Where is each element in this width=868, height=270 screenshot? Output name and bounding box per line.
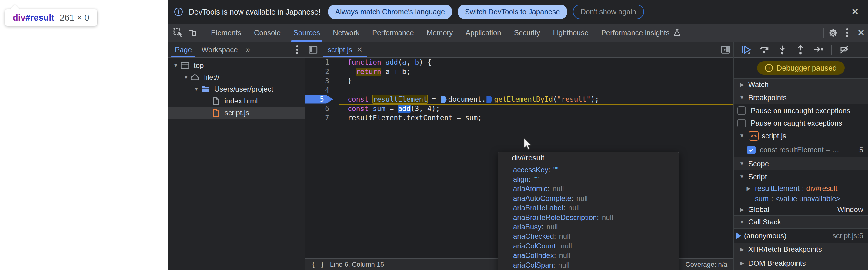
- watch-caret-icon[interactable]: ▶: [738, 82, 746, 88]
- breakpoint-marker[interactable]: 5: [305, 95, 333, 104]
- switch-devtools-japanese-button[interactable]: Switch DevTools to Japanese: [458, 5, 567, 19]
- toggle-debugger-sidebar-icon[interactable]: [718, 42, 734, 57]
- scope-script-caret-icon[interactable]: ▼: [738, 174, 746, 180]
- navigator-overflow-chevron-icon[interactable]: »: [243, 45, 252, 54]
- line-number[interactable]: 6: [305, 104, 339, 114]
- settings-gear-icon[interactable]: [826, 26, 840, 39]
- line-number[interactable]: 7: [305, 113, 339, 123]
- tooltip-dimensions: 261 × 0: [60, 13, 89, 23]
- tree-item-users-user-project[interactable]: ▼Users/user/project: [168, 83, 305, 95]
- pause-caught-checkbox[interactable]: [737, 119, 746, 127]
- tab-application[interactable]: Application: [459, 24, 507, 41]
- step-out-icon[interactable]: [793, 43, 808, 56]
- step-icon[interactable]: [811, 43, 827, 56]
- tab-lighthouse[interactable]: Lighthouse: [547, 24, 595, 41]
- toggle-navigator-sidebar-icon[interactable]: [305, 42, 321, 57]
- scope-caret-icon[interactable]: ▼: [738, 161, 746, 167]
- scope-var-resultelement[interactable]: ▶ resultElement : div#result: [734, 183, 868, 193]
- tree-item-script-js[interactable]: script.js: [168, 107, 305, 119]
- code-line-7[interactable]: 7resultElement.textContent = sum;: [305, 113, 734, 123]
- tab-sources[interactable]: Sources: [287, 24, 327, 41]
- code-token: add: [385, 58, 398, 66]
- code-token: const: [348, 95, 373, 103]
- dont-show-again-button[interactable]: Don't show again: [573, 5, 644, 19]
- tree-item-index-html[interactable]: index.html: [168, 95, 305, 107]
- tab-page[interactable]: Page: [170, 42, 197, 57]
- callstack-caret-icon[interactable]: ▼: [738, 219, 746, 225]
- step-over-icon[interactable]: [756, 43, 772, 56]
- property-value: null: [553, 184, 564, 193]
- inline-breakpoint-icon[interactable]: [487, 96, 493, 103]
- breakpoint-file-caret-icon[interactable]: ▼: [738, 133, 746, 139]
- section-scope[interactable]: ▼ Scope: [734, 157, 868, 171]
- section-xhr-breakpoints[interactable]: ▶ XHR/fetch Breakpoints: [734, 243, 868, 256]
- section-breakpoints[interactable]: ▼ Breakpoints: [734, 91, 868, 104]
- tab-console[interactable]: Console: [248, 24, 287, 41]
- code-line-3[interactable]: 3}: [305, 76, 734, 86]
- breakpoint-entry-row[interactable]: const resultElement = doc⋯ 5: [734, 143, 868, 157]
- resultelement-caret-icon[interactable]: ▶: [745, 185, 752, 192]
- always-match-language-button[interactable]: Always match Chrome's language: [328, 5, 452, 19]
- breakpoints-caret-icon[interactable]: ▼: [738, 95, 746, 101]
- pause-uncaught-row[interactable]: Pause on uncaught exceptions: [734, 104, 868, 117]
- resume-script-icon[interactable]: [738, 43, 754, 56]
- navigator-more-options-icon[interactable]: [291, 43, 303, 56]
- notification-close-icon[interactable]: ✕: [848, 7, 863, 17]
- property-colon: :: [563, 204, 565, 212]
- file-html-icon: [211, 96, 221, 106]
- popup-property-ariacolindex: ariaColIndex:null: [513, 251, 679, 260]
- popup-property-align: align:"": [513, 175, 679, 184]
- inspect-element-icon[interactable]: [171, 26, 185, 39]
- section-watch[interactable]: ▶ Watch: [734, 78, 868, 91]
- pause-uncaught-checkbox[interactable]: [737, 107, 746, 115]
- code-line-1[interactable]: 1function add(a, b) {: [305, 58, 734, 67]
- breakpoint-file-group[interactable]: ▼ <> script.js: [734, 129, 868, 143]
- line-number[interactable]: 3: [305, 76, 339, 86]
- tree-caret-icon[interactable]: ▼: [192, 86, 200, 92]
- tab-workspace[interactable]: Workspace: [197, 42, 243, 57]
- tab-network[interactable]: Network: [327, 24, 366, 41]
- line-number[interactable]: 1: [305, 58, 339, 67]
- more-options-icon[interactable]: [840, 26, 854, 39]
- code-line-4[interactable]: 4: [305, 86, 734, 95]
- tab-memory[interactable]: Memory: [421, 24, 460, 41]
- code-line-2[interactable]: 2 return a + b;: [305, 67, 734, 77]
- property-name: ariaColIndex: [513, 251, 554, 260]
- tab-performance[interactable]: Performance: [366, 24, 420, 41]
- pretty-print-icon[interactable]: { }: [311, 261, 325, 268]
- navigator-tabs: Page Workspace »: [168, 42, 305, 58]
- callstack-frame-row[interactable]: (anonymous) script.js:6: [734, 229, 868, 243]
- popup-property-ariabraillelabel: ariaBrailleLabel:null: [513, 203, 679, 213]
- tab-performance-insights[interactable]: Performance insights: [595, 24, 688, 41]
- tree-caret-icon[interactable]: ▼: [182, 74, 190, 80]
- tab-elements[interactable]: Elements: [205, 24, 248, 41]
- dom-caret-icon[interactable]: ▶: [738, 260, 746, 266]
- xhr-caret-icon[interactable]: ▶: [738, 246, 746, 253]
- line-number[interactable]: 2: [305, 67, 339, 77]
- tree-item-top[interactable]: ▼top: [168, 59, 305, 71]
- code-line-5[interactable]: 5const resultElement = document.getEleme…: [305, 95, 734, 104]
- inline-breakpoint-icon[interactable]: [441, 96, 447, 103]
- tree-caret-icon[interactable]: ▼: [172, 62, 180, 68]
- tab-security[interactable]: Security: [508, 24, 547, 41]
- editor-tab-close-icon[interactable]: ✕: [356, 46, 363, 54]
- tree-item-file[interactable]: ▼file://: [168, 71, 305, 83]
- editor-tab-scriptjs[interactable]: script.js ✕: [321, 42, 369, 57]
- code-line-6[interactable]: 6const sum = add(3, 4);: [305, 104, 734, 114]
- tooltip-selector: div#result: [13, 13, 54, 23]
- global-caret-icon[interactable]: ▶: [738, 207, 746, 213]
- breakpoint-line-number[interactable]: 5: [305, 95, 339, 104]
- scope-var-sum[interactable]: sum : <value unavailable>: [734, 193, 868, 204]
- scope-script-row[interactable]: ▼ Script: [734, 171, 868, 183]
- pause-caught-row[interactable]: Pause on caught exceptions: [734, 117, 868, 129]
- devtools-close-icon[interactable]: ✕: [854, 26, 868, 39]
- step-into-icon[interactable]: [774, 43, 790, 56]
- section-dom-breakpoints[interactable]: ▶ DOM Breakpoints: [734, 256, 868, 270]
- cursor-position-label: Line 6, Column 15: [330, 261, 384, 268]
- line-number[interactable]: 4: [305, 86, 339, 95]
- section-call-stack[interactable]: ▼ Call Stack: [734, 215, 868, 229]
- scope-global-row[interactable]: ▶ Global Window: [734, 204, 868, 215]
- device-toolbar-icon[interactable]: [185, 26, 199, 39]
- deactivate-breakpoints-icon[interactable]: [837, 43, 852, 56]
- breakpoint-enabled-checkbox[interactable]: [747, 146, 755, 154]
